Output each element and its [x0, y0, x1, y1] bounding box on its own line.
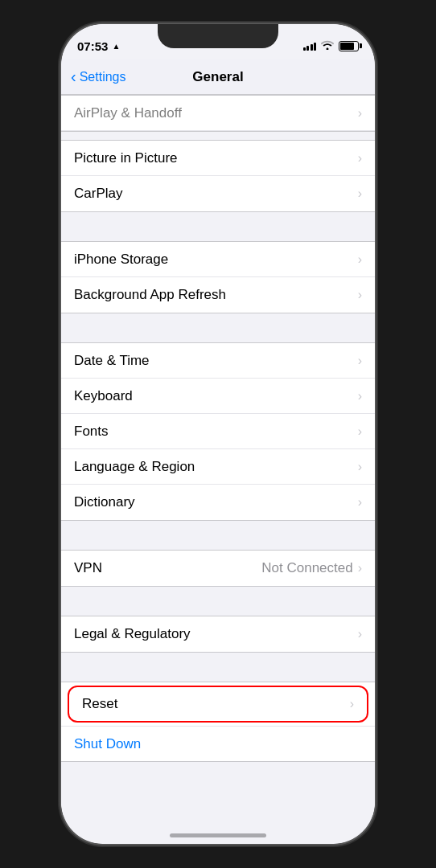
iphone-storage-right: › — [358, 252, 362, 267]
signal-icon — [303, 41, 317, 51]
language-region-item[interactable]: Language & Region › — [61, 449, 375, 485]
wifi-icon — [321, 40, 334, 52]
shut-down-item[interactable]: Shut Down — [61, 726, 375, 761]
gap-1 — [61, 132, 375, 140]
location-icon: ▲ — [112, 42, 120, 51]
time-display: 07:53 — [77, 39, 108, 53]
iphone-storage-label: iPhone Storage — [74, 252, 168, 268]
group2: iPhone Storage › Background App Refresh … — [61, 241, 375, 313]
fonts-label: Fonts — [74, 424, 109, 440]
dictionary-item[interactable]: Dictionary › — [61, 485, 375, 520]
home-indicator[interactable] — [170, 833, 266, 837]
status-time: 07:53 ▲ — [77, 39, 120, 53]
fonts-right: › — [358, 424, 362, 439]
carplay-item[interactable]: CarPlay › — [61, 176, 375, 211]
battery-fill — [340, 43, 354, 50]
phone-screen: 07:53 ▲ — [61, 24, 375, 844]
phone-frame: 07:53 ▲ — [61, 24, 375, 844]
pip-chevron-icon: › — [358, 151, 362, 166]
language-region-label: Language & Region — [74, 459, 195, 475]
airplay-chevron-icon: › — [358, 106, 362, 121]
back-button[interactable]: ‹ Settings — [71, 68, 125, 86]
vpn-right: Not Connected › — [261, 560, 362, 576]
fonts-item[interactable]: Fonts › — [61, 414, 375, 449]
keyboard-right: › — [358, 389, 362, 403]
keyboard-item[interactable]: Keyboard › — [61, 379, 375, 414]
vpn-chevron-icon: › — [358, 561, 362, 575]
picture-in-picture-right: › — [358, 151, 362, 166]
gap-4 — [61, 521, 375, 550]
date-time-right: › — [358, 354, 362, 368]
partial-group: AirPlay & Handoff › — [61, 95, 375, 132]
iphone-storage-item[interactable]: iPhone Storage › — [61, 242, 375, 277]
picture-in-picture-item[interactable]: Picture in Picture › — [61, 141, 375, 176]
picture-in-picture-label: Picture in Picture — [74, 150, 178, 166]
dictionary-label: Dictionary — [74, 494, 135, 510]
vpn-group: VPN Not Connected › — [61, 550, 375, 587]
reset-chevron-icon: › — [350, 697, 354, 711]
carplay-chevron-icon: › — [358, 186, 362, 201]
carplay-right: › — [358, 186, 362, 201]
reset-right: › — [350, 697, 354, 711]
background-app-refresh-label: Background App Refresh — [74, 287, 226, 303]
battery-icon — [339, 41, 359, 51]
airplay-handoff-label: AirPlay & Handoff — [74, 105, 182, 121]
back-chevron-icon: ‹ — [71, 68, 76, 86]
group1: Picture in Picture › CarPlay › — [61, 140, 375, 212]
gap-5 — [61, 587, 375, 616]
reset-item[interactable]: Reset › — [68, 686, 368, 723]
legal-label: Legal & Regulatory — [74, 626, 191, 642]
keyboard-chevron-icon: › — [358, 389, 362, 403]
vpn-value: Not Connected — [261, 560, 352, 576]
date-time-chevron-icon: › — [358, 354, 362, 368]
storage-chevron-icon: › — [358, 252, 362, 267]
lang-chevron-icon: › — [358, 460, 362, 474]
date-time-item[interactable]: Date & Time › — [61, 343, 375, 379]
group3: Date & Time › Keyboard › Fonts › — [61, 342, 375, 521]
notch — [158, 24, 278, 48]
fonts-chevron-icon: › — [358, 424, 362, 439]
settings-content: AirPlay & Handoff › Picture in Picture ›… — [61, 95, 375, 817]
shut-down-label: Shut Down — [74, 736, 141, 752]
bottom-spacing — [61, 762, 375, 810]
carplay-label: CarPlay — [74, 186, 122, 202]
language-region-right: › — [358, 460, 362, 474]
background-app-refresh-right: › — [358, 288, 362, 302]
legal-item[interactable]: Legal & Regulatory › — [61, 616, 375, 652]
navigation-bar: ‹ Settings General — [61, 59, 375, 95]
date-time-label: Date & Time — [74, 353, 150, 369]
gap-3 — [61, 313, 375, 342]
gap-2 — [61, 212, 375, 241]
reset-wrapper: Reset › — [61, 682, 375, 726]
status-icons — [303, 40, 360, 52]
reset-shut-down-group: Reset › Shut Down — [61, 682, 375, 762]
back-label: Settings — [80, 70, 126, 84]
dict-chevron-icon: › — [358, 495, 362, 510]
gap-6 — [61, 653, 375, 682]
vpn-label: VPN — [74, 560, 102, 576]
background-app-refresh-item[interactable]: Background App Refresh › — [61, 277, 375, 313]
vpn-item[interactable]: VPN Not Connected › — [61, 551, 375, 586]
dictionary-right: › — [358, 495, 362, 510]
reset-label: Reset — [82, 696, 117, 712]
legal-right: › — [358, 627, 362, 641]
legal-group: Legal & Regulatory › — [61, 616, 375, 653]
legal-chevron-icon: › — [358, 627, 362, 641]
bg-refresh-chevron-icon: › — [358, 288, 362, 302]
page-title: General — [192, 69, 243, 85]
airplay-handoff-item[interactable]: AirPlay & Handoff › — [61, 96, 375, 131]
keyboard-label: Keyboard — [74, 388, 133, 404]
